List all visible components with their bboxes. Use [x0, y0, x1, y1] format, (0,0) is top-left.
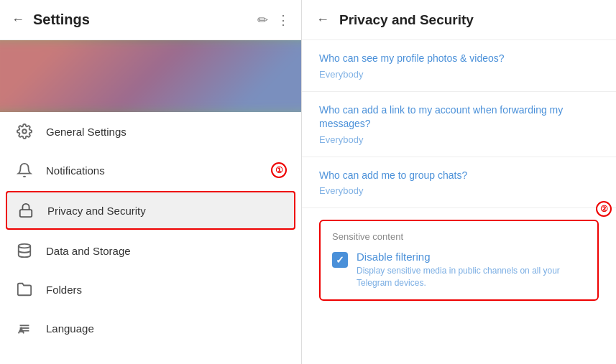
- photos-answer: Everybody: [319, 69, 599, 80]
- disable-filtering-label: Disable filtering: [357, 251, 586, 263]
- profile-banner: [0, 40, 301, 112]
- right-back-button[interactable]: ←: [316, 12, 329, 27]
- left-panel: ← Settings ✏ ⋮ General Settings: [0, 0, 302, 364]
- more-icon[interactable]: ⋮: [277, 12, 290, 28]
- right-content: Who can see my profile photos & videos? …: [302, 40, 616, 364]
- lock-icon: [16, 200, 36, 220]
- groups-answer: Everybody: [319, 185, 599, 196]
- database-icon: [14, 241, 35, 261]
- sidebar-item-privacy[interactable]: Privacy and Security: [6, 191, 295, 230]
- sensitive-marker: ②: [596, 201, 612, 217]
- language-icon: [14, 318, 35, 338]
- sidebar-item-notifications[interactable]: Notifications ①: [0, 151, 301, 190]
- privacy-item-photos[interactable]: Who can see my profile photos & videos? …: [302, 40, 616, 92]
- sidebar-item-language[interactable]: Language: [0, 309, 301, 347]
- sensitive-title: Sensitive content: [332, 231, 586, 242]
- left-back-button[interactable]: ←: [12, 12, 24, 27]
- bell-icon: [14, 160, 35, 180]
- sidebar-item-data[interactable]: Data and Storage: [0, 231, 301, 270]
- left-header: ← Settings ✏ ⋮: [0, 0, 301, 40]
- disable-filtering-checkbox[interactable]: ✓: [332, 252, 348, 268]
- notifications-badge: ①: [271, 162, 287, 178]
- disable-filtering-desc: Display sensitive media in public channe…: [357, 265, 586, 289]
- general-settings-label: General Settings: [46, 126, 127, 138]
- forwarding-question: Who can add a link to my account when fo…: [319, 103, 599, 131]
- sidebar-item-folders[interactable]: Folders: [0, 270, 301, 309]
- privacy-security-label: Privacy and Security: [47, 205, 146, 217]
- photos-question: Who can see my profile photos & videos?: [319, 52, 599, 66]
- privacy-security-title: Privacy and Security: [339, 12, 474, 28]
- sensitive-row: ✓ Disable filtering Display sensitive me…: [332, 251, 586, 289]
- right-header: ← Privacy and Security: [302, 0, 616, 40]
- svg-point-0: [22, 129, 27, 134]
- svg-rect-1: [20, 210, 32, 217]
- right-panel: ← Privacy and Security Who can see my pr…: [302, 0, 616, 364]
- data-storage-label: Data and Storage: [46, 245, 131, 257]
- privacy-item-forwarding[interactable]: Who can add a link to my account when fo…: [302, 92, 616, 157]
- folder-icon: [14, 279, 35, 299]
- forwarding-answer: Everybody: [319, 134, 599, 145]
- nav-list: General Settings Notifications ① Privacy…: [0, 112, 301, 364]
- folders-label: Folders: [46, 284, 82, 296]
- edit-icon[interactable]: ✏: [257, 12, 268, 28]
- sensitive-content-section: Sensitive content ✓ Disable filtering Di…: [319, 220, 599, 301]
- notifications-label: Notifications: [46, 164, 105, 177]
- gear-icon: [14, 121, 35, 141]
- checkmark-icon: ✓: [336, 254, 344, 266]
- banner-background: [0, 40, 301, 112]
- sidebar-item-general[interactable]: General Settings: [0, 112, 301, 151]
- sensitive-text: Disable filtering Display sensitive medi…: [357, 251, 586, 289]
- privacy-item-groups[interactable]: Who can add me to group chats? Everybody: [302, 157, 616, 209]
- language-label: Language: [46, 322, 94, 335]
- settings-title: Settings: [33, 11, 249, 28]
- svg-point-2: [19, 244, 31, 248]
- groups-question: Who can add me to group chats?: [319, 169, 599, 183]
